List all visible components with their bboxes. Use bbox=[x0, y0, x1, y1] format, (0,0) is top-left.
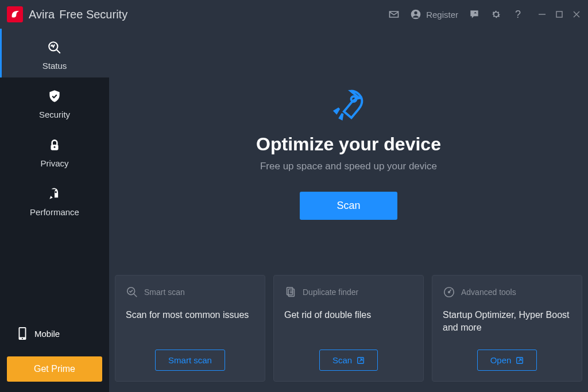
gauge-icon bbox=[443, 286, 455, 298]
mobile-label: Mobile bbox=[34, 329, 60, 339]
rocket-hero-icon bbox=[328, 84, 369, 126]
svg-rect-12 bbox=[20, 328, 25, 337]
get-prime-button[interactable]: Get Prime bbox=[7, 356, 102, 382]
shield-icon bbox=[47, 88, 62, 105]
sidebar-item-label: Privacy bbox=[40, 158, 68, 168]
close-button[interactable] bbox=[572, 10, 581, 19]
svg-point-1 bbox=[414, 11, 417, 14]
gear-icon[interactable] bbox=[490, 9, 502, 20]
maximize-button[interactable] bbox=[555, 10, 564, 19]
svg-point-10 bbox=[55, 191, 56, 193]
search-check-icon bbox=[126, 286, 138, 298]
rocket-icon bbox=[47, 185, 62, 203]
sidebar-item-performance[interactable]: Performance bbox=[0, 175, 109, 224]
hero-subtitle: Free up space and speed up your device bbox=[260, 161, 437, 172]
sidebar-item-label: Security bbox=[39, 110, 70, 119]
phone-icon bbox=[17, 327, 28, 340]
smart-scan-button[interactable]: Smart scan bbox=[155, 350, 225, 371]
card-title: Smart scan bbox=[144, 288, 185, 297]
sidebar: Status Security Privacy Performance Mobi… bbox=[0, 29, 109, 392]
card-advanced-tools: Advanced tools Startup Optimizer, Hyper … bbox=[432, 275, 582, 382]
scan-button-label: Scan bbox=[336, 200, 360, 211]
feedback-icon[interactable] bbox=[469, 9, 480, 20]
card-desc: Startup Optimizer, Hyper Boost and more bbox=[443, 309, 571, 333]
card-desc: Get rid of double files bbox=[284, 309, 413, 321]
status-icon bbox=[47, 39, 62, 56]
mail-icon[interactable] bbox=[388, 9, 400, 20]
brand-suffix: Free Security bbox=[59, 8, 127, 21]
minimize-button[interactable] bbox=[537, 10, 547, 19]
external-link-icon bbox=[357, 356, 365, 364]
help-icon[interactable]: ? bbox=[512, 9, 524, 20]
card-button-label: Smart scan bbox=[168, 355, 212, 365]
svg-point-13 bbox=[22, 338, 23, 339]
duplicate-icon bbox=[284, 286, 297, 298]
main-content: Optimize your device Free up space and s… bbox=[109, 29, 588, 392]
register-button[interactable]: Register bbox=[410, 9, 458, 20]
prime-label: Get Prime bbox=[34, 364, 75, 374]
titlebar: Avira Free Security Register ? bbox=[0, 0, 588, 29]
scan-button[interactable]: Scan bbox=[300, 192, 397, 220]
register-label: Register bbox=[426, 10, 458, 20]
external-link-icon bbox=[516, 356, 524, 364]
card-title: Duplicate finder bbox=[303, 288, 358, 297]
sidebar-item-security[interactable]: Security bbox=[0, 77, 109, 126]
svg-point-9 bbox=[53, 146, 55, 148]
card-duplicate-finder: Duplicate finder Get rid of double files… bbox=[273, 275, 424, 382]
lock-icon bbox=[47, 137, 62, 154]
sidebar-item-label: Performance bbox=[30, 207, 79, 217]
svg-line-7 bbox=[56, 49, 60, 53]
cards-row: Smart scan Scan for most common issues S… bbox=[115, 275, 582, 382]
avira-logo bbox=[7, 6, 23, 22]
svg-rect-3 bbox=[556, 11, 562, 17]
sidebar-item-privacy[interactable]: Privacy bbox=[0, 126, 109, 175]
card-smart-scan: Smart scan Scan for most common issues S… bbox=[115, 275, 265, 382]
duplicate-scan-button[interactable]: Scan bbox=[319, 350, 378, 371]
sidebar-item-label: Status bbox=[42, 61, 67, 71]
hero: Optimize your device Free up space and s… bbox=[115, 29, 582, 275]
card-button-label: Open bbox=[490, 355, 512, 365]
card-title: Advanced tools bbox=[461, 288, 516, 297]
sidebar-item-mobile[interactable]: Mobile bbox=[0, 319, 109, 348]
brand-name: Avira bbox=[29, 8, 55, 21]
card-button-label: Scan bbox=[332, 355, 352, 365]
card-desc: Scan for most common issues bbox=[126, 309, 254, 321]
svg-line-16 bbox=[134, 294, 137, 297]
sidebar-item-status[interactable]: Status bbox=[0, 29, 109, 77]
svg-point-23 bbox=[448, 292, 450, 293]
advanced-open-button[interactable]: Open bbox=[477, 350, 537, 371]
hero-title: Optimize your device bbox=[256, 134, 441, 155]
